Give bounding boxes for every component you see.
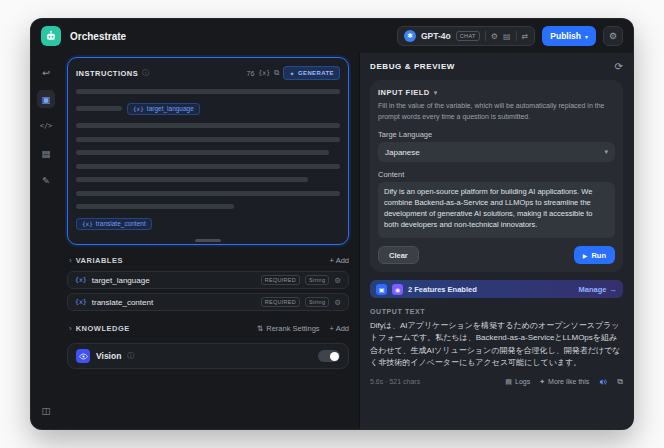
rerank-settings-button[interactable]: ⇅ Rerank Settings [257,324,320,333]
divider [485,31,486,41]
robot-icon [45,30,57,42]
logs-button[interactable]: ▤ Logs [505,378,530,386]
model-name: GPT-4o [421,31,451,41]
sparkle-icon: ✦ [539,378,545,386]
variable-row[interactable]: {x} target_language REQUIRED String ⚙ [67,271,349,289]
copy-icon[interactable]: ⧉ [617,377,623,387]
refresh-icon[interactable]: ⟳ [615,61,623,72]
vision-title: Vision [96,351,121,361]
model-selector[interactable]: ∗ GPT-4o CHAT ⚙ ▤ ⇄ [397,26,535,46]
sparkle-icon: ✦ [289,70,294,77]
gear-icon: ⚙ [609,31,617,41]
copy-icon[interactable]: ⧉ [274,68,279,78]
orchestrate-panel: INSTRUCTIONS ⓘ 76 {x} ⧉ ✦ GENERATE [61,53,359,429]
top-header: Orchestrate ∗ GPT-4o CHAT ⚙ ▤ ⇄ Publish … [31,19,633,53]
input-field-description: Fill in the value of the variable, which… [378,101,615,122]
manage-features-button[interactable]: Manage → [579,285,617,294]
input-field-header[interactable]: INPUT FIELD ▾ [378,88,615,97]
model-config-icon[interactable]: ⚙ [491,32,498,41]
instructions-header: INSTRUCTIONS ⓘ 76 {x} ⧉ ✦ GENERATE [76,66,340,80]
debug-title: DEBUG & PREVIEW [370,62,455,71]
generate-button[interactable]: ✦ GENERATE [283,66,340,80]
skeleton-line [76,191,340,196]
chevron-down-icon: ▾ [585,33,588,40]
variable-icon: {x} [75,276,87,284]
logs-icon[interactable]: ▤ [37,144,55,162]
type-badge: String [305,275,329,285]
info-icon[interactable]: ⓘ [142,68,149,78]
char-count: 76 [247,70,255,77]
variable-chip-label: translate_content [96,220,146,227]
output-text: Difyは、AIアプリケーションを構築するためのオープンソースプラットフォームで… [370,320,623,370]
instructions-card: INSTRUCTIONS ⓘ 76 {x} ⧉ ✦ GENERATE [67,57,349,245]
skeleton-line [76,150,329,155]
skeleton-line [76,204,234,209]
back-icon[interactable]: ↩ [37,63,55,81]
debug-header: DEBUG & PREVIEW ⟳ [370,61,623,72]
target-language-value: Japanese [385,148,604,157]
skeleton-line [76,123,340,128]
input-field-title: INPUT FIELD [378,88,430,97]
variables-title: VARIABLES [76,256,123,265]
variable-chip[interactable]: {x} target_language [127,103,200,115]
variable-settings-icon[interactable]: ⚙ [334,276,341,285]
collapse-sidebar-icon[interactable]: ◫ [37,401,55,419]
variable-icon: {x} [82,220,93,227]
variable-name: translate_content [92,298,153,307]
chevron-right-icon[interactable]: › [69,256,72,265]
target-language-label: Targe Language [378,130,615,139]
skeleton-line [76,89,340,94]
action-row: Clear ▶ Run [378,246,615,264]
variables-list: {x} target_language REQUIRED String ⚙ {x… [67,271,349,311]
resize-handle[interactable] [195,239,221,242]
app-settings-button[interactable]: ⚙ [603,26,623,46]
vision-toggle[interactable] [318,350,340,362]
insert-variable-icon[interactable]: {x} [258,69,270,77]
page-title: Orchestrate [70,31,126,42]
skeleton-line [76,137,340,142]
app-window: Orchestrate ∗ GPT-4o CHAT ⚙ ▤ ⇄ Publish … [30,18,634,430]
target-language-select[interactable]: Japanese ▾ [378,142,615,162]
toggle-knob [330,352,339,361]
chevron-right-icon[interactable]: › [69,324,72,333]
features-bar: ▣ ◉ 2 Features Enabled Manage → [370,280,623,298]
prompt-log-icon[interactable]: ▤ [503,32,511,41]
info-icon[interactable]: ⓘ [127,351,134,361]
annotation-icon[interactable]: ✎ [37,171,55,189]
api-access-icon[interactable]: </> [37,117,55,135]
publish-button[interactable]: Publish ▾ [542,26,596,46]
logs-icon: ▤ [505,378,512,386]
add-knowledge-button[interactable]: + Add [330,324,349,333]
play-icon: ▶ [583,252,588,259]
feature-icon-2: ◉ [392,284,403,295]
variable-icon: {x} [75,298,87,306]
more-like-this-label: More like this [548,378,589,385]
speaker-icon[interactable] [598,377,608,387]
prompt-editor[interactable]: {x} target_language {x} translate [76,89,340,230]
variable-chip[interactable]: {x} translate_content [76,218,152,230]
model-provider-icon: ∗ [404,30,416,42]
debug-preview-panel: DEBUG & PREVIEW ⟳ INPUT FIELD ▾ Fill in … [359,53,633,429]
run-label: Run [591,251,606,260]
chevron-down-icon: ▾ [604,148,608,156]
compare-icon[interactable]: ⇄ [522,32,529,41]
publish-label: Publish [550,31,581,41]
features-enabled-text: 2 Features Enabled [408,285,477,294]
variable-name: target_language [92,276,150,285]
variable-settings-icon[interactable]: ⚙ [334,298,341,307]
type-badge: String [305,297,329,307]
variable-row[interactable]: {x} translate_content REQUIRED String ⚙ [67,293,349,311]
orchestrate-icon[interactable]: ▣ [37,90,55,108]
instructions-title: INSTRUCTIONS [76,69,138,78]
variable-icon: {x} [133,105,144,112]
divider [516,31,517,41]
more-like-this-button[interactable]: ✦ More like this [539,378,589,386]
run-button[interactable]: ▶ Run [574,246,615,264]
app-logo-icon[interactable] [41,26,61,46]
add-variable-button[interactable]: + Add [330,256,349,265]
desktop-background: Orchestrate ∗ GPT-4o CHAT ⚙ ▤ ⇄ Publish … [0,0,664,448]
skeleton-line [76,106,122,111]
content-textarea[interactable]: Dify is an open-source platform for buil… [378,182,615,238]
clear-button[interactable]: Clear [378,246,419,264]
logs-label: Logs [515,378,530,385]
